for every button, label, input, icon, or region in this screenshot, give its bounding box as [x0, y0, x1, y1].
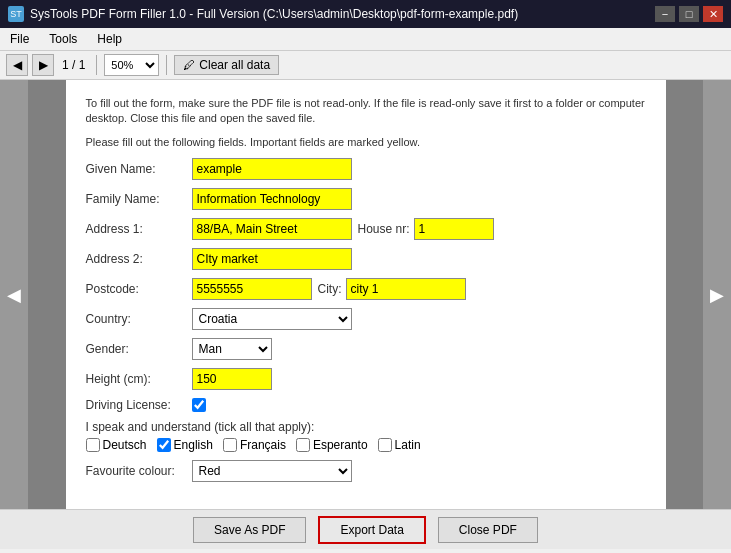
- family-name-label: Family Name:: [86, 192, 186, 206]
- menu-file[interactable]: File: [4, 30, 35, 48]
- favourite-colour-label: Favourite colour:: [86, 464, 186, 478]
- city-input[interactable]: [346, 278, 466, 300]
- height-input[interactable]: [192, 368, 272, 390]
- eraser-icon: 🖊: [183, 58, 195, 72]
- lang-latin: Latin: [378, 438, 421, 452]
- country-row: Country: Croatia Germany France: [86, 308, 646, 330]
- house-number-input[interactable]: [414, 218, 494, 240]
- export-data-button[interactable]: Export Data: [318, 516, 425, 544]
- country-label: Country:: [86, 312, 186, 326]
- driving-license-row: Driving License:: [86, 398, 646, 412]
- minimize-button[interactable]: −: [655, 6, 675, 22]
- lang-deutsch-label: Deutsch: [103, 438, 147, 452]
- lang-francais-label: Français: [240, 438, 286, 452]
- city-label: City:: [318, 282, 342, 296]
- lang-deutsch: Deutsch: [86, 438, 147, 452]
- lang-francais: Français: [223, 438, 286, 452]
- address2-row: Address 2:: [86, 248, 646, 270]
- lang-latin-label: Latin: [395, 438, 421, 452]
- address1-label: Address 1:: [86, 222, 186, 236]
- given-name-input[interactable]: [192, 158, 352, 180]
- clear-all-button[interactable]: 🖊 Clear all data: [174, 55, 279, 75]
- favourite-colour-row: Favourite colour: Red Blue Green: [86, 460, 646, 482]
- prev-page-button[interactable]: ◀: [6, 54, 28, 76]
- address2-input[interactable]: [192, 248, 352, 270]
- prev-page-nav[interactable]: ◀: [0, 80, 28, 509]
- separator: [96, 55, 97, 75]
- left-arrow-icon: ◀: [7, 284, 21, 306]
- lang-english-checkbox[interactable]: [157, 438, 171, 452]
- driving-license-checkbox[interactable]: [192, 398, 206, 412]
- address1-input[interactable]: [192, 218, 352, 240]
- gender-row: Gender: Man Woman: [86, 338, 646, 360]
- next-page-button[interactable]: ▶: [32, 54, 54, 76]
- family-name-row: Family Name:: [86, 188, 646, 210]
- pdf-area: To fill out the form, make sure the PDF …: [28, 80, 703, 509]
- page-indicator: 1 / 1: [62, 58, 85, 72]
- height-label: Height (cm):: [86, 372, 186, 386]
- languages-label: I speak and understand (tick all that ap…: [86, 420, 315, 434]
- form-section: Given Name: Family Name: Address 1: Hous…: [86, 158, 646, 482]
- close-button[interactable]: ✕: [703, 6, 723, 22]
- address2-label: Address 2:: [86, 252, 186, 266]
- close-pdf-button[interactable]: Close PDF: [438, 517, 538, 543]
- notice-line2: Please fill out the following fields. Im…: [86, 135, 646, 150]
- address1-row: Address 1: House nr:: [86, 218, 646, 240]
- title-bar: ST SysTools PDF Form Filler 1.0 - Full V…: [0, 0, 731, 28]
- driving-license-label: Driving License:: [86, 398, 186, 412]
- postcode-row: Postcode: City:: [86, 278, 646, 300]
- toolbar: ◀ ▶ 1 / 1 50% 75% 100% 🖊 Clear all data: [0, 51, 731, 80]
- main-area: ◀ To fill out the form, make sure the PD…: [0, 80, 731, 509]
- maximize-button[interactable]: □: [679, 6, 699, 22]
- lang-esperanto-checkbox[interactable]: [296, 438, 310, 452]
- clear-all-label: Clear all data: [199, 58, 270, 72]
- save-as-pdf-button[interactable]: Save As PDF: [193, 517, 306, 543]
- lang-francais-checkbox[interactable]: [223, 438, 237, 452]
- height-row: Height (cm):: [86, 368, 646, 390]
- house-label: House nr:: [358, 222, 410, 236]
- bottom-bar: Save As PDF Export Data Close PDF: [0, 509, 731, 549]
- country-select[interactable]: Croatia Germany France: [192, 308, 352, 330]
- family-name-input[interactable]: [192, 188, 352, 210]
- menu-bar: File Tools Help: [0, 28, 731, 51]
- postcode-label: Postcode:: [86, 282, 186, 296]
- given-name-row: Given Name:: [86, 158, 646, 180]
- menu-tools[interactable]: Tools: [43, 30, 83, 48]
- separator2: [166, 55, 167, 75]
- right-arrow-icon: ▶: [710, 284, 724, 306]
- window-title: SysTools PDF Form Filler 1.0 - Full Vers…: [30, 7, 518, 21]
- gender-select[interactable]: Man Woman: [192, 338, 272, 360]
- next-page-nav[interactable]: ▶: [703, 80, 731, 509]
- postcode-input[interactable]: [192, 278, 312, 300]
- languages-checkboxes: Deutsch English Français Esperanto: [86, 438, 421, 452]
- lang-esperanto-label: Esperanto: [313, 438, 368, 452]
- lang-latin-checkbox[interactable]: [378, 438, 392, 452]
- pdf-page: To fill out the form, make sure the PDF …: [66, 80, 666, 509]
- window-controls[interactable]: − □ ✕: [655, 6, 723, 22]
- app-icon: ST: [8, 6, 24, 22]
- lang-deutsch-checkbox[interactable]: [86, 438, 100, 452]
- languages-row: I speak and understand (tick all that ap…: [86, 420, 646, 452]
- zoom-select[interactable]: 50% 75% 100%: [104, 54, 159, 76]
- city-group: City:: [318, 278, 466, 300]
- gender-label: Gender:: [86, 342, 186, 356]
- lang-english-label: English: [174, 438, 213, 452]
- lang-english: English: [157, 438, 213, 452]
- given-name-label: Given Name:: [86, 162, 186, 176]
- lang-esperanto: Esperanto: [296, 438, 368, 452]
- house-group: House nr:: [358, 218, 494, 240]
- favourite-colour-select[interactable]: Red Blue Green: [192, 460, 352, 482]
- notice-line1: To fill out the form, make sure the PDF …: [86, 96, 646, 127]
- menu-help[interactable]: Help: [91, 30, 128, 48]
